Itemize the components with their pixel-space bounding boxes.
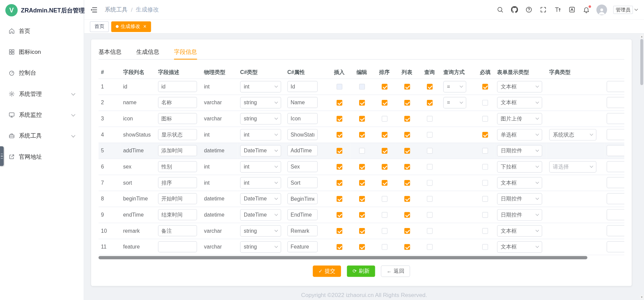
- sort-checkbox[interactable]: [382, 132, 387, 138]
- required-checkbox[interactable]: [482, 212, 488, 218]
- search-icon[interactable]: [496, 5, 504, 13]
- field-description-input[interactable]: [158, 145, 197, 156]
- query-type-select[interactable]: =: [443, 97, 466, 108]
- insert-checkbox[interactable]: [336, 100, 342, 106]
- query-checkbox[interactable]: [427, 164, 432, 170]
- list-checkbox[interactable]: [404, 212, 410, 218]
- edit-checkbox[interactable]: [359, 228, 364, 234]
- sort-checkbox[interactable]: [382, 180, 387, 186]
- field-description-input[interactable]: [158, 177, 197, 188]
- csharp-type-select[interactable]: DateTime: [240, 209, 281, 220]
- field-description-input[interactable]: [158, 161, 197, 172]
- field-description-input[interactable]: [158, 129, 197, 140]
- csharp-type-select[interactable]: string: [240, 97, 281, 108]
- edit-checkbox[interactable]: [359, 212, 364, 218]
- field-description-input[interactable]: [158, 97, 197, 108]
- csharp-property-input[interactable]: [287, 209, 317, 220]
- sort-checkbox[interactable]: [382, 228, 387, 234]
- required-checkbox[interactable]: [482, 244, 488, 250]
- csharp-property-input[interactable]: [287, 241, 317, 252]
- list-checkbox[interactable]: [404, 196, 410, 202]
- insert-checkbox[interactable]: [336, 196, 342, 202]
- csharp-type-select[interactable]: string: [240, 241, 281, 253]
- list-checkbox[interactable]: [404, 228, 410, 234]
- query-checkbox[interactable]: [427, 196, 432, 202]
- insert-checkbox[interactable]: [336, 228, 342, 234]
- required-checkbox[interactable]: [482, 132, 488, 138]
- list-checkbox[interactable]: [404, 116, 410, 122]
- required-checkbox[interactable]: [482, 84, 488, 90]
- list-checkbox[interactable]: [404, 180, 410, 186]
- list-checkbox[interactable]: [404, 84, 410, 90]
- required-checkbox[interactable]: [482, 148, 488, 154]
- sort-checkbox[interactable]: [382, 164, 387, 170]
- display-type-select[interactable]: 文本框: [497, 177, 542, 188]
- list-checkbox[interactable]: [404, 244, 410, 250]
- edit-checkbox[interactable]: [359, 148, 364, 154]
- display-type-select[interactable]: 单选框: [497, 129, 542, 140]
- csharp-type-select[interactable]: DateTime: [240, 145, 281, 156]
- sort-checkbox[interactable]: [382, 196, 387, 202]
- extra-input[interactable]: [607, 161, 625, 172]
- sidebar-item-home[interactable]: 首页: [0, 21, 84, 41]
- extra-input[interactable]: [607, 225, 625, 236]
- query-checkbox[interactable]: [427, 212, 432, 218]
- sort-checkbox[interactable]: [382, 244, 387, 250]
- required-checkbox[interactable]: [482, 228, 488, 234]
- tab-字段信息[interactable]: 字段信息: [174, 48, 197, 59]
- query-checkbox[interactable]: [427, 228, 432, 234]
- display-type-select[interactable]: 文本框: [497, 225, 542, 236]
- query-checkbox[interactable]: [427, 100, 432, 106]
- csharp-property-input[interactable]: [287, 97, 317, 108]
- extra-input[interactable]: [607, 209, 625, 220]
- sidebar-item-system[interactable]: 系统管理: [0, 83, 84, 104]
- csharp-property-input[interactable]: [287, 113, 317, 124]
- list-checkbox[interactable]: [404, 148, 410, 154]
- sidebar-item-monitor[interactable]: 系统监控: [0, 104, 84, 125]
- csharp-type-select[interactable]: int: [240, 161, 281, 172]
- required-checkbox[interactable]: [482, 100, 488, 106]
- extra-input[interactable]: [607, 177, 625, 188]
- display-type-select[interactable]: 日期控件: [497, 209, 542, 220]
- github-icon[interactable]: [510, 5, 518, 13]
- csharp-property-input[interactable]: [287, 81, 317, 92]
- query-checkbox[interactable]: [427, 180, 432, 186]
- back-button[interactable]: ← 返回: [381, 265, 410, 277]
- dict-type-select[interactable]: 系统状态: [549, 129, 597, 140]
- extra-input[interactable]: [607, 145, 625, 156]
- field-description-input[interactable]: [158, 81, 197, 92]
- display-type-select[interactable]: 日期控件: [497, 145, 542, 156]
- list-checkbox[interactable]: [404, 100, 410, 106]
- insert-checkbox[interactable]: [336, 132, 342, 138]
- sidebar-item-icons[interactable]: 图标icon: [0, 41, 84, 62]
- csharp-type-select[interactable]: int: [240, 129, 281, 140]
- sidebar-fold-icon[interactable]: [90, 5, 98, 13]
- field-description-input[interactable]: [158, 113, 197, 124]
- insert-checkbox[interactable]: [336, 212, 342, 218]
- query-checkbox[interactable]: [427, 148, 432, 154]
- display-type-select[interactable]: 文本框: [497, 81, 542, 92]
- horizontal-scrollbar-thumb[interactable]: [98, 256, 588, 259]
- insert-checkbox[interactable]: [336, 244, 342, 250]
- edit-checkbox[interactable]: [359, 84, 364, 90]
- list-checkbox[interactable]: [404, 164, 410, 170]
- insert-checkbox[interactable]: [336, 164, 342, 170]
- query-checkbox[interactable]: [427, 116, 432, 122]
- scroll-up-icon[interactable]: ▲: [640, 35, 644, 39]
- tag-首页[interactable]: 首页: [90, 21, 109, 32]
- edit-checkbox[interactable]: [359, 180, 364, 186]
- csharp-type-select[interactable]: int: [240, 81, 281, 92]
- insert-checkbox[interactable]: [336, 148, 342, 154]
- help-icon[interactable]: [524, 5, 532, 13]
- csharp-property-input[interactable]: [287, 129, 317, 140]
- submit-button[interactable]: ✓ 提交: [313, 265, 341, 277]
- insert-checkbox[interactable]: [336, 116, 342, 122]
- edit-checkbox[interactable]: [359, 164, 364, 170]
- display-type-select[interactable]: 图片上传: [497, 113, 542, 124]
- tag-生成修改[interactable]: 生成修改×: [111, 21, 151, 32]
- edit-checkbox[interactable]: [359, 132, 364, 138]
- sidebar-item-console[interactable]: 控制台: [0, 63, 84, 83]
- display-type-select[interactable]: 日期控件: [497, 193, 542, 204]
- query-checkbox[interactable]: [427, 84, 432, 90]
- settings-drawer-handle-icon[interactable]: [0, 146, 4, 166]
